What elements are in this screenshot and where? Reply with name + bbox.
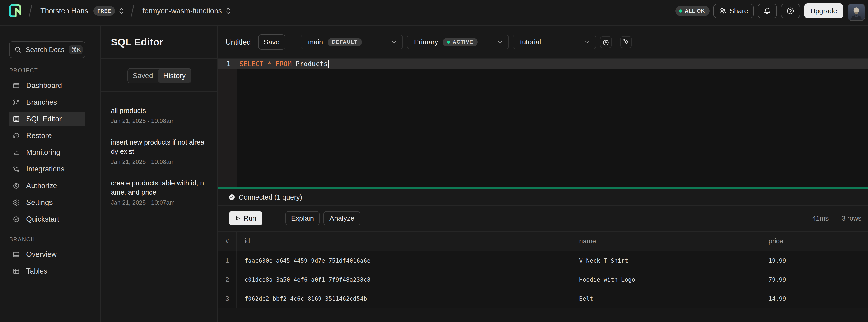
query-title[interactable]: Untitled: [226, 38, 251, 46]
check-circle-icon: [13, 216, 20, 223]
connection-status-text: Connected (1 query): [239, 193, 302, 201]
column-header-id[interactable]: id: [237, 237, 571, 245]
column-header-num[interactable]: #: [218, 237, 237, 245]
top-navigation-bar: Thorsten Hans FREE fermyon-wasm-function…: [0, 0, 868, 26]
system-status-pill[interactable]: ALL OK: [675, 6, 710, 16]
column-header-price[interactable]: price: [761, 237, 868, 245]
save-button[interactable]: Save: [258, 34, 285, 50]
history-item-date: Jan 21, 2025 - 10:08am: [111, 117, 206, 124]
sidebar-item-label: Dashboard: [26, 81, 62, 90]
upgrade-label: Upgrade: [810, 7, 837, 15]
compute-select[interactable]: Primary ACTIVE: [407, 35, 509, 49]
user-avatar[interactable]: [848, 4, 865, 21]
cell-name: Belt: [571, 295, 761, 302]
toolbar-divider: [616, 30, 616, 54]
cell-price: 14.99: [761, 295, 868, 302]
explain-button[interactable]: Explain: [285, 211, 320, 225]
overview-icon: [13, 251, 20, 258]
page-title: SQL Editor: [111, 36, 163, 48]
history-list-item[interactable]: insert new products if not already exist…: [111, 138, 206, 166]
sidebar-section-branch: BRANCH: [9, 237, 100, 243]
compute-select-value: Primary: [414, 38, 438, 46]
sql-star: *: [264, 60, 276, 68]
connected-check-icon: [229, 194, 235, 200]
users-icon: [719, 7, 726, 14]
integrations-icon: [13, 166, 20, 173]
share-button[interactable]: Share: [713, 4, 754, 18]
tab-saved[interactable]: Saved: [128, 69, 158, 83]
sidebar-item-integrations[interactable]: Integrations: [9, 161, 85, 177]
chevron-down-icon: [497, 39, 503, 45]
sidebar-item-quickstart[interactable]: Quickstart: [9, 211, 85, 227]
breadcrumb-slash-icon: [130, 4, 135, 17]
sidebar-item-label: Settings: [26, 199, 53, 207]
query-timing-button[interactable]: [600, 36, 612, 48]
sidebar-item-monitoring[interactable]: Monitoring: [9, 144, 85, 161]
table-row[interactable]: 1 faac630e-a645-4459-9d7e-751df4016a6e V…: [218, 251, 868, 270]
cell-id: c01dce8a-3a50-4ef6-a0f1-7f9f48a238c8: [237, 276, 571, 283]
connection-status-bar: Connected (1 query): [218, 189, 868, 206]
sql-keyword: SELECT: [240, 60, 264, 68]
upgrade-button[interactable]: Upgrade: [804, 3, 843, 18]
history-item-title: insert new products if not already exist: [111, 138, 206, 156]
tab-history[interactable]: History: [158, 69, 191, 83]
sidebar-item-dashboard[interactable]: Dashboard: [9, 77, 85, 94]
column-separator: [236, 289, 237, 308]
analyze-button[interactable]: Analyze: [323, 211, 360, 225]
branch-default-badge: DEFAULT: [328, 38, 362, 46]
breadcrumb-project-name[interactable]: fermyon-wasm-functions: [143, 7, 222, 15]
sql-editor-panel: SQL Editor Saved History all products Ja…: [101, 26, 218, 322]
sidebar-item-authorize[interactable]: Authorize: [9, 177, 85, 194]
dashboard-icon: [13, 82, 20, 89]
sidebar-item-sql-editor[interactable]: SQL Editor: [9, 111, 85, 128]
app-root: Thorsten Hans FREE fermyon-wasm-function…: [0, 0, 868, 322]
breadcrumb-org-name[interactable]: Thorsten Hans: [40, 7, 88, 15]
sql-identifier: Products: [291, 60, 328, 68]
cell-id: faac630e-a645-4459-9d7e-751df4016a6e: [237, 257, 571, 264]
text-cursor: [328, 60, 329, 68]
sidebar-item-settings[interactable]: Settings: [9, 194, 85, 211]
branch-badge-label: DEFAULT: [332, 39, 358, 45]
sidebar-item-restore[interactable]: Restore: [9, 128, 85, 144]
project-selector-chevrons-icon[interactable]: [225, 7, 231, 15]
table-row[interactable]: 3 f062dc2-bbf2-4c6c-8169-3511462cd54b Be…: [218, 289, 868, 308]
cell-name: Hoodie with Logo: [571, 276, 761, 283]
breadcrumb-slash-icon: [28, 4, 33, 17]
notifications-button[interactable]: [757, 4, 777, 18]
sidebar-item-branches[interactable]: Branches: [9, 94, 85, 111]
compute-badge-label: ACTIVE: [453, 39, 473, 45]
ai-assist-button[interactable]: [620, 36, 632, 48]
run-button[interactable]: Run: [229, 211, 262, 225]
history-list-item[interactable]: create products table with id, name, and…: [111, 178, 206, 206]
history-item-date: Jan 21, 2025 - 10:08am: [111, 158, 206, 166]
sparkles-icon: [622, 38, 630, 46]
sidebar-item-label: Overview: [26, 250, 57, 259]
editor-main: Untitled Save main DEFAULT Primary: [218, 26, 868, 322]
search-icon: [14, 46, 22, 53]
saved-history-tabs: Saved History: [127, 68, 191, 83]
branch-nav: Overview Tables: [0, 246, 100, 280]
row-number: 3: [218, 295, 237, 302]
actions-divider: [274, 213, 274, 224]
code-line: SELECT * FROM Products: [237, 60, 329, 68]
sql-code-editor[interactable]: 1 SELECT * FROM Products: [218, 59, 868, 187]
sidebar-item-overview[interactable]: Overview: [9, 246, 85, 263]
search-docs-input[interactable]: Search Docs ⌘K: [9, 41, 86, 58]
history-clock-icon: [13, 132, 20, 139]
table-row[interactable]: 2 c01dce8a-3a50-4ef6-a0f1-7f9f48a238c8 H…: [218, 270, 868, 289]
editor-gutter: [218, 59, 237, 187]
history-list-item[interactable]: all products Jan 21, 2025 - 10:08am: [111, 106, 206, 124]
explain-label: Explain: [291, 214, 314, 222]
help-button[interactable]: [781, 4, 800, 18]
sql-keyword: FROM: [276, 60, 291, 68]
branch-select[interactable]: main DEFAULT: [301, 35, 403, 49]
bell-icon: [763, 7, 771, 15]
column-header-name[interactable]: name: [571, 237, 761, 245]
column-separator: [236, 251, 237, 270]
database-select[interactable]: tutorial: [513, 35, 596, 49]
neon-logo[interactable]: [9, 4, 21, 17]
org-selector-chevrons-icon[interactable]: [118, 7, 124, 15]
history-item-title: create products table with id, name, and…: [111, 178, 206, 197]
line-number: 1: [218, 60, 237, 68]
sidebar-item-tables[interactable]: Tables: [9, 263, 85, 280]
